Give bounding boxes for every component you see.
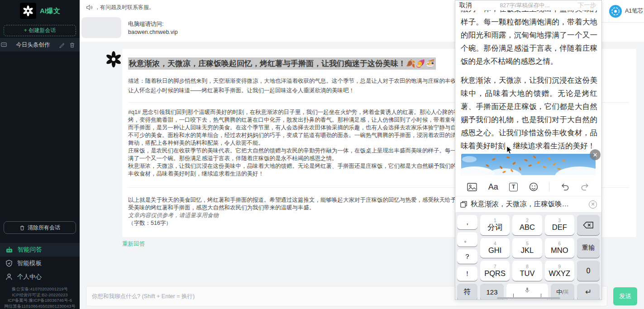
microphone-icon	[525, 287, 530, 293]
undo-icon[interactable]	[560, 183, 569, 191]
icp-line: ICP经营许可证:B2-20220223	[0, 292, 80, 298]
draft-status: 827字/草稿保存中...	[500, 2, 549, 10]
key-number: 4	[494, 241, 496, 246]
t9-keyboard: ，。？！ 1 分词 2 ABC 3 DEF 4 GHI	[455, 213, 601, 300]
key-letters: GHI	[488, 246, 501, 255]
lang-en: 英	[564, 289, 569, 295]
sidebar-item-smart-templates[interactable]: 智能模板	[0, 257, 80, 270]
key-letters: JKL	[521, 246, 534, 255]
a1-widget[interactable]: A1笔芯	[602, 0, 644, 23]
regenerate-button[interactable]: 重新回答	[122, 240, 145, 248]
flower-logo-icon	[22, 5, 34, 17]
key-number: 2	[526, 218, 529, 223]
key-number: 6	[558, 241, 561, 246]
assistant-avatar	[105, 51, 122, 68]
person-icon	[5, 273, 13, 280]
sidebar-item-label: 智能模板	[17, 259, 42, 267]
sidebar-item-label: 个人中心	[17, 273, 42, 281]
zero-key[interactable]: 0	[577, 261, 600, 281]
punctuation-column: ，。？！	[457, 215, 477, 281]
copy-icon	[460, 200, 467, 208]
punctuation-key[interactable]: ！	[457, 266, 477, 281]
t9-grid: 1 分词 2 ABC 3 DEF 4 GHI 5 JKL	[480, 215, 574, 281]
trash-icon	[19, 225, 25, 231]
sidebar-item-smart-qa[interactable]: 智能问答	[0, 243, 80, 257]
key-letters: DEF	[552, 223, 567, 232]
key-number: 5	[526, 241, 529, 246]
backspace-key[interactable]	[577, 215, 600, 235]
article-title-emojis: 🍂🍠🍜	[406, 59, 435, 68]
clear-all-conversations-button[interactable]: 清除所有会话	[4, 221, 76, 234]
visit-url[interactable]: baowen.chnweb.vip	[128, 28, 178, 36]
key-letters: TUV	[520, 269, 534, 278]
t9-key[interactable]: 1 分词	[480, 215, 510, 235]
cancel-button[interactable]: 取消	[459, 1, 472, 10]
shield-icon	[5, 260, 13, 267]
conversation-item[interactable]: 今日头条创作	[0, 38, 80, 52]
t9-key[interactable]: 2 ABC	[512, 215, 542, 235]
key-letters: 分词	[487, 223, 502, 232]
emoji-icon[interactable]	[529, 182, 538, 191]
speaker-icon	[86, 5, 93, 10]
a1-widget-label: A1笔芯	[625, 7, 643, 15]
lang-zh: 中	[556, 288, 562, 296]
sidebar-item-label: 智能问答	[18, 246, 42, 254]
app-title: AI爆文	[40, 7, 60, 15]
key-letters: PQRS	[484, 269, 506, 278]
symbols-key[interactable]: 符	[457, 284, 477, 300]
visit-message: 电脑端请访问: baowen.chnweb.vip	[128, 20, 178, 36]
editor-text[interactable]: 融为一体，在饭桌上呈现出丰盛而美味的样子。每一颗粒都饱满饱满的，带着大地的阳光和…	[461, 2, 597, 158]
article-title-text: 秋意渐浓，天微凉，庄稼饭唤起回忆，烤红薯与手擀面，让我们痴迷于这份美味！	[129, 59, 406, 68]
t9-key[interactable]: 8 TUV	[512, 261, 542, 281]
edit-conversation-icon[interactable]	[59, 42, 65, 48]
draft-title-bar[interactable]: 秋意渐浓，天微凉，庄稼饭唤… ✕	[455, 196, 601, 213]
text-block-icon[interactable]: T	[509, 183, 518, 191]
punctuation-key[interactable]: 。	[457, 232, 477, 247]
key-letters: ABC	[520, 223, 535, 232]
home-indicator	[497, 297, 560, 299]
t9-key[interactable]: 3 DEF	[545, 215, 574, 235]
avatar-placeholder	[81, 17, 121, 38]
punctuation-key[interactable]: ，	[457, 215, 477, 229]
retype-key[interactable]: 重输	[577, 238, 600, 258]
t9-key[interactable]: 6 MNO	[545, 238, 574, 258]
t9-key[interactable]: 7 PQRS	[480, 261, 510, 281]
visit-line: 电脑端请访问:	[128, 20, 178, 28]
clear-all-label: 清除所有会话	[28, 224, 60, 232]
font-style-icon[interactable]: Aa	[488, 182, 498, 192]
key-number: 9	[558, 264, 561, 269]
next-step-button[interactable]: 下一步	[578, 1, 596, 10]
new-conversation-button[interactable]: + 创建新会话	[4, 25, 76, 36]
aperture-icon	[609, 5, 622, 18]
remove-image-button[interactable]: ✕	[590, 149, 601, 160]
insert-image-icon[interactable]	[467, 183, 477, 191]
t9-key[interactable]: 4 GHI	[480, 238, 510, 258]
keyboard-right-column: 重输 0	[577, 215, 600, 281]
icp-footer: 豫公安备:41070202001219号ICP经营许可证:B2-20220223…	[0, 286, 80, 309]
send-button[interactable]: 发送	[613, 287, 637, 305]
delete-conversation-icon[interactable]	[69, 42, 75, 48]
icp-line: ICP备案号:豫ICP备18036746号-6	[0, 298, 80, 304]
mobile-editor-panel: 融为一体，在饭桌上呈现出丰盛而美味的样子。每一颗粒都饱满饱满的，带着大地的阳光和…	[455, 0, 602, 300]
key-number: 1	[494, 218, 496, 223]
redo-icon[interactable]	[581, 183, 590, 191]
editor-header: 取消 827字/草稿保存中... 下一步	[455, 0, 601, 10]
t9-key[interactable]: 5 JKL	[512, 238, 542, 258]
mouse-cursor	[506, 146, 513, 155]
sidebar: AI爆文 + 创建新会话 今日头条创作 清除所有会话 智能问答	[0, 0, 80, 309]
editor-paragraph: 融为一体，在饭桌上呈现出丰盛而美味的样子。每一颗粒都饱满饱满的，带着大地的阳光和…	[461, 2, 597, 68]
icp-line: 网信算备110108645502801230043号	[0, 304, 80, 309]
editor-toolbar: Aa T	[455, 178, 601, 196]
key-number: 3	[558, 218, 561, 223]
key-letters: MNO	[551, 246, 568, 255]
robot-icon	[5, 247, 13, 253]
draft-close-icon[interactable]: ✕	[589, 200, 597, 209]
editor-paragraph: 秋意渐浓，天微凉，让我们沉浸在这份美味中，品味着大地的馈赠。无论是烤红薯、手擀面…	[461, 74, 597, 152]
key-letters: WXYZ	[549, 269, 570, 278]
punctuation-key[interactable]: ？	[457, 249, 477, 264]
enter-key[interactable]: ↵	[577, 284, 600, 300]
draft-title-text: 秋意渐浓，天微凉，庄稼饭唤…	[471, 200, 586, 209]
sidebar-item-personal-center[interactable]: 个人中心	[0, 270, 80, 284]
t9-key[interactable]: 9 WXYZ	[545, 261, 574, 281]
toolbar-divider	[549, 182, 549, 191]
